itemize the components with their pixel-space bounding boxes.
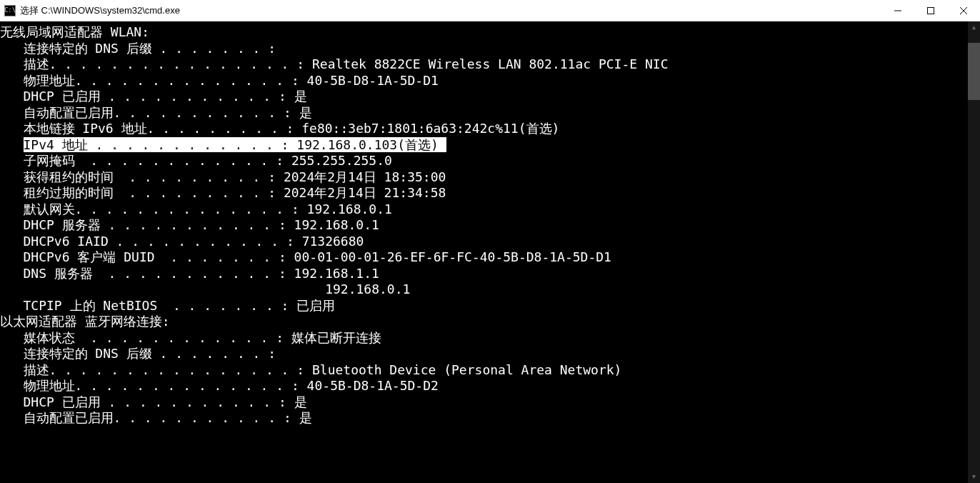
close-icon [960, 7, 967, 14]
scrollbar-up-arrow-icon[interactable]: ▲ [968, 21, 980, 34]
terminal-line[interactable]: DHCP 已启用 . . . . . . . . . . . : 是 [0, 89, 968, 105]
minimize-icon [894, 7, 901, 14]
terminal-line[interactable]: 描述. . . . . . . . . . . . . . . . : Real… [0, 56, 968, 73]
terminal-content[interactable]: 无线局域网适配器 WLAN: 连接特定的 DNS 后缀 . . . . . . … [0, 21, 968, 427]
terminal-line[interactable]: IPv4 地址 . . . . . . . . . . . . : 192.16… [0, 137, 968, 154]
terminal-line[interactable]: 描述. . . . . . . . . . . . . . . . : Blue… [0, 362, 968, 379]
terminal-line[interactable]: 获得租约的时间 . . . . . . . . . : 2024年2月14日 1… [0, 169, 968, 186]
terminal-line[interactable]: DHCPv6 IAID . . . . . . . . . . . : 7132… [0, 234, 968, 250]
terminal-line[interactable]: 自动配置已启用. . . . . . . . . . . : 是 [0, 105, 968, 121]
terminal-line[interactable]: 无线局域网适配器 WLAN: [0, 24, 968, 41]
terminal-line[interactable]: 子网掩码 . . . . . . . . . . . . : 255.255.2… [0, 153, 968, 169]
highlighted-selection[interactable]: IPv4 地址 . . . . . . . . . . . . : 192.16… [24, 137, 446, 152]
window-controls [881, 0, 980, 21]
scrollbar-thumb[interactable] [968, 43, 980, 100]
minimize-button[interactable] [881, 0, 914, 21]
titlebar[interactable]: C:\ 选择 C:\WINDOWS\system32\cmd.exe [0, 0, 980, 21]
terminal-line[interactable]: TCPIP 上的 NetBIOS . . . . . . . : 已启用 [0, 298, 968, 314]
terminal-line[interactable]: 连接特定的 DNS 后缀 . . . . . . . : [0, 346, 968, 362]
terminal-line[interactable]: 自动配置已启用. . . . . . . . . . . : 是 [0, 410, 968, 427]
scrollbar-down-arrow-icon[interactable]: ▼ [968, 471, 980, 483]
scrollbar-track[interactable]: ▲ ▼ [968, 21, 980, 483]
close-button[interactable] [947, 0, 980, 21]
maximize-icon [927, 7, 934, 14]
terminal-line[interactable]: 连接特定的 DNS 后缀 . . . . . . . : [0, 41, 968, 57]
terminal-line[interactable]: 租约过期的时间 . . . . . . . . . : 2024年2月14日 2… [0, 185, 968, 201]
terminal-line[interactable]: 物理地址. . . . . . . . . . . . . . : 40-5B-… [0, 378, 968, 394]
svg-rect-1 [928, 7, 934, 14]
terminal-line[interactable]: DHCP 服务器 . . . . . . . . . . . : 192.168… [0, 217, 968, 234]
terminal-line[interactable]: 物理地址. . . . . . . . . . . . . . : 40-5B-… [0, 73, 968, 89]
terminal-line[interactable]: DNS 服务器 . . . . . . . . . . . : 192.168.… [0, 266, 968, 282]
terminal-line[interactable]: DHCP 已启用 . . . . . . . . . . . : 是 [0, 394, 968, 411]
terminal-line[interactable]: 以太网适配器 蓝牙网络连接: [0, 314, 968, 330]
titlebar-left: C:\ 选择 C:\WINDOWS\system32\cmd.exe [0, 4, 180, 17]
maximize-button[interactable] [914, 0, 947, 21]
terminal[interactable]: 无线局域网适配器 WLAN: 连接特定的 DNS 后缀 . . . . . . … [0, 21, 980, 483]
terminal-line[interactable]: 192.168.0.1 [0, 282, 968, 298]
window-title: 选择 C:\WINDOWS\system32\cmd.exe [20, 4, 180, 17]
terminal-line[interactable]: 默认网关. . . . . . . . . . . . . . : 192.16… [0, 201, 968, 218]
terminal-line[interactable]: DHCPv6 客户端 DUID . . . . . . . : 00-01-00… [0, 249, 968, 266]
terminal-line[interactable]: 本地链接 IPv6 地址. . . . . . . . . : fe80::3e… [0, 121, 968, 137]
terminal-line[interactable]: 媒体状态 . . . . . . . . . . . . : 媒体已断开连接 [0, 330, 968, 347]
cmd-icon: C:\ [4, 5, 16, 16]
